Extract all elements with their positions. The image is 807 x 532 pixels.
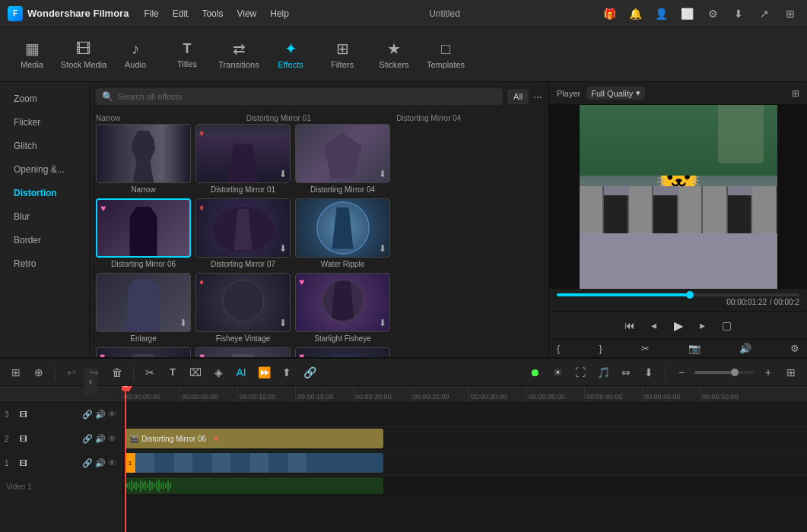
effect-fisheye-vintage[interactable]: ♦ ⬇ Fisheye Vintage bbox=[195, 273, 291, 343]
cut-btn[interactable]: ✂ bbox=[641, 343, 650, 354]
sidebar-item-opening[interactable]: Opening &... bbox=[3, 158, 86, 181]
tl-delete-btn[interactable]: 🗑 bbox=[107, 363, 127, 382]
mark-out-btn[interactable]: } bbox=[599, 343, 602, 354]
sidebar-item-border[interactable]: Border bbox=[3, 229, 86, 252]
sidebar-item-flicker[interactable]: Flicker bbox=[3, 111, 86, 134]
settings-icon[interactable]: ⚙ bbox=[704, 5, 722, 23]
step-back-btn[interactable]: ◂ bbox=[645, 316, 663, 334]
audio-track bbox=[122, 476, 807, 497]
track1-audio-icon[interactable]: 🔊 bbox=[95, 458, 106, 468]
grid-icon[interactable]: ⊞ bbox=[781, 5, 799, 23]
share-icon[interactable]: ↗ bbox=[755, 5, 774, 23]
tl-magnet-btn[interactable]: ⊕ bbox=[29, 363, 49, 382]
player-layout-icon[interactable]: ⊞ bbox=[792, 88, 799, 99]
menu-view[interactable]: View bbox=[237, 8, 256, 19]
effect-clip[interactable]: 🎬 Distorting Mirror 06 ▼ bbox=[125, 429, 383, 448]
tool-effects[interactable]: ✦ Effects bbox=[266, 30, 315, 79]
tl-rec-btn[interactable]: ⏺ bbox=[525, 363, 545, 382]
track3-link-icon[interactable]: 🔗 bbox=[82, 410, 93, 420]
sidebar-item-retro[interactable]: Retro bbox=[3, 252, 86, 275]
audio-btn[interactable]: 🔊 bbox=[739, 343, 751, 354]
tl-zoom-plus-btn[interactable]: + bbox=[758, 363, 778, 382]
main-toolbar: ▦ Media 🎞 Stock Media ♪ Audio T Titles ⇄… bbox=[0, 27, 807, 82]
tool-transitions[interactable]: ⇄ Transitions bbox=[214, 30, 263, 79]
tl-scene-btn[interactable]: ⊞ bbox=[6, 363, 26, 382]
tool-titles[interactable]: T Titles bbox=[163, 30, 211, 79]
tl-ai-btn[interactable]: AI bbox=[231, 363, 251, 382]
effect-enlarge[interactable]: ⬇ Enlarge bbox=[96, 273, 191, 343]
tl-color-btn[interactable]: ☀ bbox=[548, 363, 567, 382]
track3-audio-icon[interactable]: 🔊 bbox=[95, 410, 106, 420]
tool-templates[interactable]: □ Templates bbox=[421, 30, 470, 79]
sidebar-item-distortion[interactable]: Distortion bbox=[3, 182, 86, 204]
tl-audio2-btn[interactable]: 🎵 bbox=[593, 363, 613, 382]
effect-mirror01[interactable]: ♦ ⬇ Distorting Mirror 01 bbox=[195, 124, 291, 194]
tl-export2-btn[interactable]: ⬆ bbox=[277, 363, 297, 382]
tl-link-btn[interactable]: 🔗 bbox=[300, 363, 319, 382]
tl-crop2-btn[interactable]: ⛶ bbox=[570, 363, 590, 382]
track2-eye-icon[interactable]: 👁 bbox=[108, 434, 116, 444]
track1-film-icon: 🎞 bbox=[20, 459, 27, 467]
track2-link-icon[interactable]: 🔗 bbox=[82, 434, 93, 444]
account-icon[interactable]: 👤 bbox=[652, 5, 670, 23]
rewind-btn[interactable]: ⏮ bbox=[621, 316, 639, 334]
quality-select[interactable]: Full Quality ▾ bbox=[586, 87, 645, 100]
screen-icon[interactable]: ⬜ bbox=[678, 5, 696, 23]
tl-zoom-minus-btn[interactable]: − bbox=[672, 363, 691, 382]
menu-edit[interactable]: Edit bbox=[173, 8, 189, 19]
effect-lens02[interactable]: ♥ Fisheye Lens 02 bbox=[195, 347, 291, 357]
search-input[interactable] bbox=[118, 92, 497, 101]
sidebar-item-zoom[interactable]: Zoom bbox=[3, 87, 86, 110]
video-clip[interactable]: 1 bbox=[125, 453, 383, 473]
menu-help[interactable]: Help bbox=[270, 8, 289, 19]
zoom-fill bbox=[694, 371, 734, 374]
tool-audio[interactable]: ♪ Audio bbox=[111, 30, 160, 79]
tool-stock[interactable]: 🎞 Stock Media bbox=[59, 30, 108, 79]
track2-audio-icon[interactable]: 🔊 bbox=[95, 434, 106, 444]
tool-stickers[interactable]: ★ Stickers bbox=[370, 30, 418, 79]
more-options-button[interactable]: ··· bbox=[533, 90, 542, 103]
filters-icon: ⊞ bbox=[336, 40, 349, 58]
progress-bar[interactable] bbox=[557, 293, 799, 296]
effect-mirror04[interactable]: ⬇ Distorting Mirror 04 bbox=[295, 124, 390, 194]
track1-link-icon[interactable]: 🔗 bbox=[82, 458, 93, 468]
tl-grid2-btn[interactable]: ⊞ bbox=[781, 363, 801, 382]
menu-file[interactable]: File bbox=[144, 8, 158, 19]
tool-media[interactable]: ▦ Media bbox=[8, 30, 56, 79]
notification-icon[interactable]: 🔔 bbox=[626, 5, 644, 23]
tl-undo-btn[interactable]: ↩ bbox=[62, 363, 81, 382]
step-forward-btn[interactable]: ▸ bbox=[694, 316, 712, 334]
sidebar-item-blur[interactable]: Blur bbox=[3, 205, 86, 228]
video1-label: Video 1 bbox=[0, 476, 121, 497]
play-btn[interactable]: ▶ bbox=[669, 316, 688, 334]
tool-filters[interactable]: ⊞ Filters bbox=[318, 30, 367, 79]
effect-lens01[interactable]: ♥ Fisheye Lens 01 bbox=[96, 347, 191, 357]
sidebar-item-glitch[interactable]: Glitch bbox=[3, 135, 86, 157]
filter-all-button[interactable]: All bbox=[507, 89, 529, 104]
download-icon[interactable]: ⬇ bbox=[729, 5, 748, 23]
effect-narrow[interactable]: Narrow bbox=[96, 124, 191, 194]
track1-eye-icon[interactable]: 👁 bbox=[108, 458, 116, 468]
tl-mask-btn[interactable]: ◈ bbox=[208, 363, 228, 382]
snapshot-btn[interactable]: 📷 bbox=[688, 343, 701, 354]
fisheye-vintage-download-icon: ⬇ bbox=[279, 318, 287, 328]
effect-mirror06[interactable]: ♥ Distorting Mirror 06 bbox=[96, 198, 191, 268]
effect-mirror07[interactable]: ♦ ⬇ Distorting Mirror 07 bbox=[195, 198, 291, 268]
tl-speed-btn[interactable]: ⏩ bbox=[254, 363, 274, 382]
tl-split-btn[interactable]: ⇔ bbox=[616, 363, 636, 382]
gift-icon[interactable]: 🎁 bbox=[600, 5, 618, 23]
tl-zoom-slider[interactable] bbox=[694, 371, 755, 374]
mark-in-btn[interactable]: { bbox=[557, 343, 560, 354]
tl-export3-btn[interactable]: ⬇ bbox=[639, 363, 659, 382]
effect-water-ripple[interactable]: ⬇ Water Ripple bbox=[295, 198, 390, 268]
tl-cut-btn[interactable]: ✂ bbox=[140, 363, 160, 382]
tl-crop-btn[interactable]: ⌧ bbox=[186, 363, 205, 382]
track3-eye-icon[interactable]: 👁 bbox=[108, 410, 116, 420]
tl-redo-btn[interactable]: ↪ bbox=[84, 363, 104, 382]
effect-starlight[interactable]: ♥ ⬇ Starlight Fisheye bbox=[295, 273, 390, 343]
settings-extra-btn[interactable]: ⚙ bbox=[790, 343, 799, 354]
tl-text-btn[interactable]: T bbox=[163, 363, 183, 382]
effect-lens03[interactable]: ♥ + Fisheye Lens 03 bbox=[295, 347, 390, 357]
fullscreen-btn[interactable]: ▢ bbox=[718, 316, 736, 334]
menu-tools[interactable]: Tools bbox=[202, 8, 223, 19]
